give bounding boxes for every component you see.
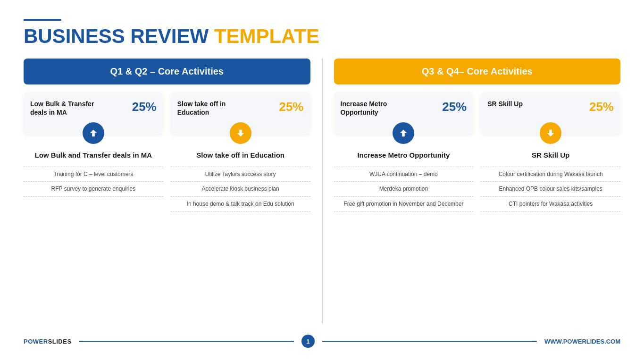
footer-brand-blue: POWER <box>24 338 48 345</box>
left-bullet-1-0: Training for C – level customers <box>24 167 163 182</box>
left-arrow-2 <box>230 122 251 144</box>
right-panel: Q3 & Q4– Core Activities Increase Metro … <box>334 59 621 323</box>
right-bullet-1-2: Free gift promotion in November and Dece… <box>334 197 474 212</box>
header-accent <box>24 19 61 21</box>
footer-brand: POWERSLIDES <box>24 338 72 345</box>
right-item-title-1: Increase Metro Opportunity <box>357 151 450 160</box>
left-item-title-2: Slow take off in Education <box>196 151 284 160</box>
left-panel: Q1 & Q2 – Core Activities Low Bulk & Tra… <box>24 59 310 323</box>
left-panel-body: Low Bulk & Transfer deals in MA 25% Low … <box>24 92 310 323</box>
left-stat-label-1: Low Bulk & Transfer deals in MA <box>30 100 112 117</box>
right-bullet-1-1: Merdeka promotion <box>334 182 474 197</box>
right-col-1: Increase Metro Opportunity 25% Increase … <box>334 92 474 323</box>
content-area: Q1 & Q2 – Core Activities Low Bulk & Tra… <box>24 59 620 323</box>
page-title: BUSINESS REVIEW TEMPLATE <box>24 25 620 47</box>
right-bullet-1-0: WJUA continuation – demo <box>334 167 474 182</box>
left-bullet-list-2: Utilize Taylors success story Accelerate… <box>171 167 310 212</box>
right-panel-body: Increase Metro Opportunity 25% Increase … <box>334 92 621 323</box>
left-stat-pct-2: 25% <box>279 100 303 114</box>
footer-line-left <box>79 341 294 342</box>
right-stat-label-2: SR Skill Up <box>487 100 523 108</box>
page: BUSINESS REVIEW TEMPLATE Q1 & Q2 – Core … <box>0 0 644 362</box>
title-colored: TEMPLATE <box>214 25 319 47</box>
left-bullet-2-2: In house demo & talk track on Edu soluti… <box>171 197 310 212</box>
left-stat-card-2: Slow take off in Education 25% <box>171 92 310 135</box>
left-stat-pct-1: 25% <box>132 100 157 114</box>
footer-url: WWW.POWERLIDES.COM <box>544 338 620 345</box>
footer: POWERSLIDES 1 WWW.POWERLIDES.COM <box>24 331 620 348</box>
right-stat-pct-1: 25% <box>442 100 467 114</box>
left-item-title-1: Low Bulk and Transfer deals in MA <box>35 151 152 160</box>
right-stat-pct-2: 25% <box>589 100 614 114</box>
left-bullet-1-1: RFP survey to generate enquiries <box>24 182 163 197</box>
right-arrow-1 <box>393 122 414 144</box>
left-arrow-1 <box>83 122 104 144</box>
right-stat-card-2: SR Skill Up 25% <box>481 92 620 135</box>
title-black: BUSINESS REVIEW <box>24 25 209 47</box>
right-col-2: SR Skill Up 25% SR Skill Up Colour certi… <box>481 92 620 323</box>
left-stat-card-1: Low Bulk & Transfer deals in MA 25% <box>24 92 163 135</box>
right-arrow-2 <box>540 122 561 144</box>
right-stat-label-1: Increase Metro Opportunity <box>341 100 423 117</box>
left-panel-header: Q1 & Q2 – Core Activities <box>24 59 310 84</box>
footer-page-number: 1 <box>301 335 315 348</box>
left-bullet-2-0: Utilize Taylors success story <box>171 167 310 182</box>
panel-divider <box>322 59 323 323</box>
right-panel-header: Q3 & Q4– Core Activities <box>334 59 621 84</box>
left-col-2: Slow take off in Education 25% Slow take… <box>171 92 310 323</box>
footer-brand-black: SLIDES <box>48 338 72 345</box>
right-bullet-2-2: CTI pointers for Wakasa activities <box>481 197 620 212</box>
left-col-1: Low Bulk & Transfer deals in MA 25% Low … <box>24 92 163 323</box>
right-bullet-2-1: Enhanced OPB colour sales kits/samples <box>481 182 620 197</box>
right-bullet-list-1: WJUA continuation – demo Merdeka promoti… <box>334 167 474 212</box>
left-bullet-2-1: Accelerate kiosk business plan <box>171 182 310 197</box>
left-stat-label-2: Slow take off in Education <box>177 100 259 117</box>
footer-line-right <box>322 341 537 342</box>
right-bullet-list-2: Colour certification during Wakasa launc… <box>481 167 620 212</box>
right-item-title-2: SR Skill Up <box>532 151 569 160</box>
left-bullet-list-1: Training for C – level customers RFP sur… <box>24 167 163 197</box>
right-stat-card-1: Increase Metro Opportunity 25% <box>334 92 474 135</box>
right-bullet-2-0: Colour certification during Wakasa launc… <box>481 167 620 182</box>
